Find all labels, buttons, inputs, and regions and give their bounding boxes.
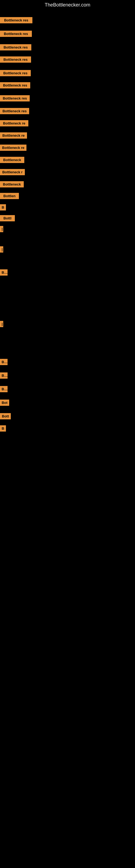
bottleneck-button-7[interactable]: Bottleneck res bbox=[0, 95, 30, 101]
bottleneck-button-11[interactable]: Bottleneck re bbox=[0, 145, 27, 151]
bottleneck-button-16[interactable]: B bbox=[0, 204, 6, 211]
bottleneck-button-20[interactable]: Bo bbox=[0, 269, 8, 276]
bottleneck-button-22[interactable]: Bo bbox=[0, 359, 8, 365]
bottleneck-button-12[interactable]: Bottleneck bbox=[0, 157, 24, 163]
bottleneck-button-10[interactable]: Bottleneck re bbox=[0, 132, 27, 138]
bottleneck-button-25[interactable]: Bot bbox=[0, 400, 9, 406]
bottleneck-button-17[interactable]: Bottl bbox=[0, 215, 15, 221]
bottleneck-button-23[interactable]: Bo bbox=[0, 372, 8, 379]
bottleneck-button-26[interactable]: Bott bbox=[0, 413, 11, 420]
bottleneck-button-19[interactable]: | bbox=[0, 246, 3, 252]
bottleneck-button-27[interactable]: B bbox=[0, 425, 6, 432]
bottleneck-button-3[interactable]: Bottleneck res bbox=[0, 44, 31, 51]
site-title: TheBottlenecker.com bbox=[0, 0, 135, 9]
bottleneck-button-5[interactable]: Bottleneck res bbox=[0, 70, 31, 76]
bottleneck-button-8[interactable]: Bottleneck res bbox=[0, 108, 29, 114]
bottleneck-button-13[interactable]: Bottleneck r bbox=[0, 169, 25, 175]
bottleneck-button-6[interactable]: Bottleneck res bbox=[0, 82, 30, 88]
bottleneck-button-1[interactable]: Bottleneck res bbox=[0, 17, 32, 23]
bottleneck-button-14[interactable]: Bottleneck bbox=[0, 181, 24, 187]
bottleneck-button-21[interactable]: | bbox=[0, 321, 3, 327]
bottleneck-button-9[interactable]: Bottleneck re bbox=[0, 120, 28, 126]
bottleneck-button-2[interactable]: Bottleneck res bbox=[0, 31, 32, 37]
bottleneck-button-24[interactable]: Bo bbox=[0, 386, 8, 392]
bottleneck-button-18[interactable]: | bbox=[0, 226, 3, 232]
bottleneck-button-15[interactable]: Bottlen bbox=[0, 193, 19, 199]
bottleneck-button-4[interactable]: Bottleneck res bbox=[0, 56, 31, 63]
